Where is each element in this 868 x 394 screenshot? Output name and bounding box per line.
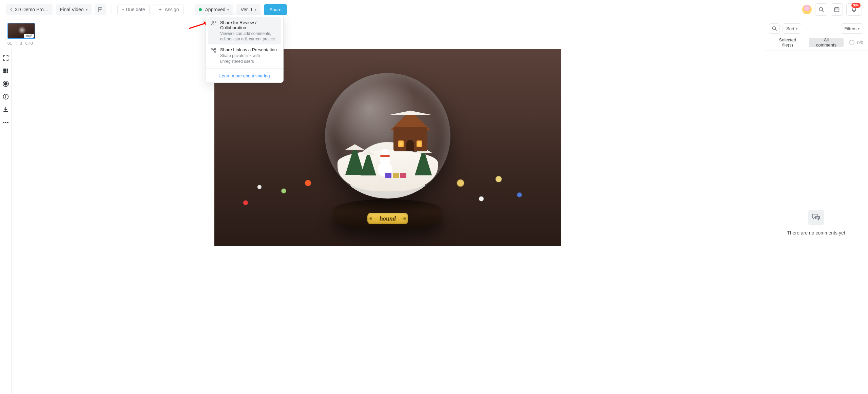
svg-point-22 [5, 122, 6, 123]
due-date-label: + Due date [122, 7, 145, 12]
more-horizontal-icon [3, 121, 9, 124]
divider [206, 68, 283, 69]
svg-rect-1 [835, 8, 839, 12]
loading-spinner-icon [849, 40, 854, 45]
comments-tabs: Selected file(s) All comments 0/0 [764, 38, 868, 51]
sort-label: Sort [786, 26, 794, 31]
project-label: 3D Demo Pro… [15, 7, 49, 12]
separator [112, 5, 112, 14]
thumbnail-index: 01 [7, 41, 12, 46]
comments-count: 0/0 [857, 40, 863, 45]
svg-rect-8 [3, 69, 5, 70]
thumbnail[interactable]: .mp4 01 ♡ 0 0 [7, 23, 35, 46]
chevron-left-icon [10, 7, 13, 12]
snow-globe [325, 73, 450, 199]
svg-point-18 [4, 82, 7, 86]
comments-panel: Sort ▾ Filters ▾ Selected file(s) All co… [764, 19, 868, 394]
fullscreen-button[interactable] [2, 55, 9, 61]
svg-point-2 [212, 21, 214, 23]
svg-point-21 [3, 122, 4, 123]
more-button[interactable] [2, 119, 9, 126]
tab-selected-files[interactable]: Selected file(s) [769, 38, 806, 47]
share-menu-learn-more[interactable]: Learn more about sharing [208, 70, 281, 80]
calendar-button[interactable] [831, 3, 843, 16]
record-button[interactable] [2, 80, 9, 87]
thumbnail-likes: 0 [20, 41, 22, 46]
comment-icon [25, 42, 30, 45]
grid-button[interactable] [2, 68, 9, 74]
svg-rect-9 [5, 69, 6, 70]
version-label: Ver. 1 [240, 7, 253, 12]
svg-rect-10 [7, 69, 8, 70]
svg-point-23 [7, 122, 8, 123]
search-icon [818, 7, 824, 12]
globe-nameplate: hound [367, 213, 408, 224]
viewer: hound [12, 49, 764, 394]
comments-search-button[interactable] [769, 23, 780, 34]
main: .mp4 01 ♡ 0 0 [0, 19, 868, 394]
calendar-icon [834, 7, 840, 12]
share-menu-item-review[interactable]: Share for Review / Collaboration Viewers… [208, 17, 281, 44]
thumbnail-comments: 0 [31, 41, 33, 46]
assign-label: Assign [165, 7, 179, 12]
status-dot-icon [199, 8, 202, 11]
center-column: .mp4 01 ♡ 0 0 [0, 19, 764, 394]
info-button[interactable] [2, 93, 9, 100]
grid-icon [3, 68, 8, 74]
notifications-badge: 99+ [851, 3, 861, 8]
download-button[interactable] [2, 106, 9, 113]
search-icon [772, 26, 777, 31]
separator [189, 5, 189, 14]
svg-point-20 [5, 95, 6, 96]
share-menu-item-title: Share Link as a Presentation [220, 47, 278, 52]
svg-point-4 [214, 51, 216, 52]
svg-rect-11 [3, 70, 5, 72]
share-menu-item-subtitle: Share private link with unregistered use… [220, 53, 278, 64]
info-icon [3, 94, 9, 100]
chevron-down-icon: ▾ [255, 8, 256, 12]
link-icon [211, 47, 217, 64]
svg-point-24 [773, 27, 776, 30]
tab-all-comments[interactable]: All comments [809, 38, 844, 47]
share-label: Share [269, 7, 282, 12]
status-selector[interactable]: Approved ▾ [195, 4, 233, 15]
share-menu: Share for Review / Collaboration Viewers… [206, 15, 284, 83]
filters-button[interactable]: Filters ▾ [841, 23, 863, 34]
fullscreen-icon [3, 55, 8, 61]
status-label: Approved [205, 7, 226, 12]
comments-toolbar: Sort ▾ Filters ▾ [764, 19, 868, 38]
filters-label: Filters [845, 26, 856, 31]
svg-point-3 [212, 48, 213, 50]
share-menu-item-presentation[interactable]: Share Link as a Presentation Share priva… [208, 44, 281, 67]
notifications-button[interactable]: 99+ [846, 3, 862, 16]
svg-rect-13 [7, 70, 8, 72]
thumbnail-image: .mp4 [7, 23, 35, 39]
due-date-button[interactable]: + Due date [117, 4, 150, 15]
chevron-down-icon: ▾ [227, 8, 229, 12]
search-button[interactable] [815, 3, 827, 16]
file-selector[interactable]: Final Video ▾ [56, 4, 92, 15]
topbar: 3D Demo Pro… Final Video ▾ + Due date ＋ … [0, 0, 868, 19]
tab-label: Selected file(s) [773, 37, 802, 48]
comments-empty-icon [808, 210, 824, 225]
share-menu-item-subtitle: Viewers can add comments, editors can ed… [220, 31, 278, 42]
version-selector[interactable]: Ver. 1 ▾ [236, 4, 261, 15]
assign-button[interactable]: ＋ Assign [153, 4, 184, 15]
sort-button[interactable]: Sort ▾ [783, 23, 801, 34]
circle-filled-icon [3, 81, 9, 87]
thumbnail-meta: 01 ♡ 0 0 [7, 41, 35, 46]
share-button[interactable]: Share [264, 4, 287, 15]
download-icon [3, 107, 8, 113]
heart-icon: ♡ [15, 41, 19, 46]
left-rail [0, 49, 12, 394]
chevron-down-icon: ▾ [796, 27, 797, 31]
avatar[interactable] [802, 5, 812, 14]
comments-empty-state: There are no comments yet [764, 51, 868, 394]
project-breadcrumb[interactable]: 3D Demo Pro… [6, 4, 53, 15]
thumbnail-extension: .mp4 [24, 34, 34, 38]
tab-label: All comments [813, 37, 840, 48]
flag-button[interactable] [95, 4, 106, 15]
svg-rect-12 [5, 70, 6, 72]
svg-rect-16 [7, 72, 8, 73]
flag-icon [98, 7, 103, 12]
